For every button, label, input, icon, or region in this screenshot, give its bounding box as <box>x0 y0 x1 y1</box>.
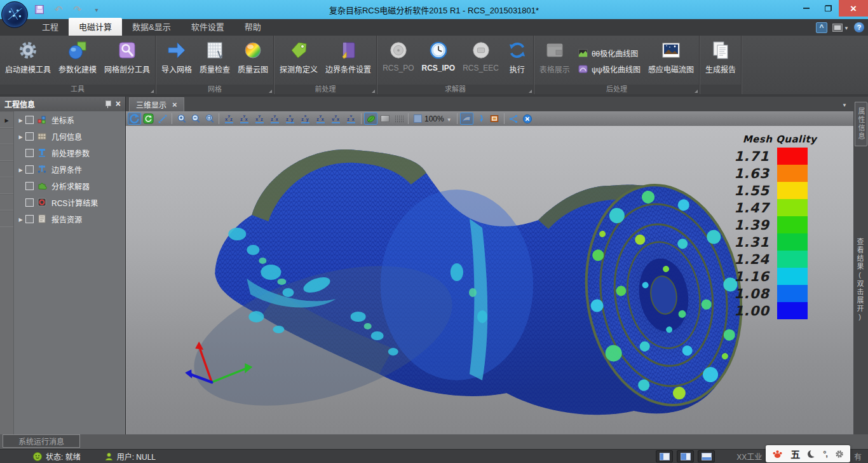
row-selector-icon[interactable] <box>4 115 8 124</box>
download-view-button[interactable] <box>474 113 487 125</box>
surface-pick-button[interactable] <box>460 113 473 125</box>
checkbox[interactable] <box>25 149 34 157</box>
group-footer-postprocess[interactable]: 后处理 <box>534 85 699 94</box>
dialog-launcher-icon[interactable] <box>695 90 698 93</box>
checkbox[interactable] <box>25 116 34 124</box>
viewport-canvas[interactable]: Mesh Quality 1.71 1.63 1.55 1.47 1.39 1.… <box>126 126 853 434</box>
minimize-button[interactable] <box>796 0 817 17</box>
close-tab-icon[interactable] <box>172 100 177 109</box>
tab-help[interactable]: 帮助 <box>234 18 271 36</box>
tree-item-coordinate-system[interactable]: 坐标系 <box>14 111 125 128</box>
expand-arrow-icon[interactable] <box>18 115 22 124</box>
tab-3d-display[interactable]: 三维显示 <box>129 97 184 111</box>
ime-paw-icon[interactable] <box>772 449 783 459</box>
ime-moon-icon[interactable] <box>808 450 815 458</box>
view-orientation-button-2[interactable]: yz x <box>237 113 252 125</box>
checkbox[interactable] <box>25 182 34 190</box>
tab-data-display[interactable]: 数据&显示 <box>122 18 181 36</box>
view-orientation-button-1[interactable]: yx z <box>222 113 236 125</box>
tab-project[interactable]: 工程 <box>32 18 69 36</box>
execute-button[interactable]: 执行 <box>503 38 532 85</box>
generate-report-button[interactable]: 生成报告 <box>702 38 740 85</box>
group-footer-mesh[interactable]: 网格 <box>156 85 273 94</box>
ime-punctuation-icon[interactable]: °, <box>823 449 827 459</box>
close-panel-icon[interactable] <box>116 99 121 109</box>
tab-software-settings[interactable]: 软件设置 <box>181 18 234 36</box>
group-footer-solver[interactable]: 求解器 <box>377 85 533 94</box>
view-orientation-button-5[interactable]: xz y <box>283 113 297 125</box>
tree-item-rcs-results[interactable]: RCS计算结果 <box>14 194 125 211</box>
display-mode-button[interactable] <box>832 23 849 32</box>
group-footer-tools[interactable]: 工具 <box>0 85 155 94</box>
dialog-launcher-icon[interactable] <box>529 90 532 93</box>
quality-check-button[interactable]: 质量检查 <box>196 38 234 85</box>
layout-left-panel-button[interactable] <box>656 450 673 462</box>
zoom-out-button[interactable] <box>189 113 202 125</box>
mesh-partition-tool-button[interactable]: 网格剖分工具 <box>100 38 154 85</box>
flat-render-button[interactable] <box>378 113 391 125</box>
view-orientation-button-4[interactable]: yz x <box>268 113 282 125</box>
collapse-ribbon-button[interactable] <box>816 22 827 33</box>
quality-cloud-map-button[interactable]: 质量云图 <box>234 38 272 85</box>
zoom-fit-button[interactable] <box>203 113 216 125</box>
undo-button[interactable] <box>52 4 65 15</box>
tab-list-dropdown[interactable] <box>842 100 847 109</box>
wireframe-button[interactable] <box>392 113 405 125</box>
checkbox[interactable] <box>25 132 34 141</box>
dialog-launcher-icon[interactable] <box>372 90 375 93</box>
boundary-condition-settings-button[interactable]: 边界条件设置 <box>322 38 375 85</box>
checkbox[interactable] <box>25 165 34 174</box>
tree-item-analysis-solver[interactable]: 分析求解器 <box>14 177 125 194</box>
layout-bottom-panel-button[interactable] <box>698 450 715 462</box>
launch-modeling-tool-button[interactable]: 启动建模工具 <box>1 38 55 85</box>
checkbox[interactable] <box>25 198 34 207</box>
restore-button[interactable] <box>817 0 839 17</box>
help-button[interactable]: ? <box>854 22 864 32</box>
rcs-ipo-solver-button[interactable]: RCS_IPO <box>417 38 459 85</box>
tab-em-computation[interactable]: 电磁计算 <box>69 18 122 36</box>
quick-access-dropdown[interactable] <box>90 4 103 15</box>
view-orientation-button-9[interactable]: vz x <box>344 113 358 125</box>
redo-button[interactable] <box>71 4 84 15</box>
save-button[interactable] <box>33 4 46 15</box>
ime-wubi-mode[interactable]: 五 <box>790 447 800 460</box>
capture-image-button[interactable] <box>488 113 501 125</box>
expand-arrow-icon[interactable] <box>18 214 22 223</box>
tab-system-messages[interactable]: 系统运行消息 <box>3 434 80 448</box>
close-view-button[interactable] <box>521 113 534 125</box>
tree-item-report-resources[interactable]: 报告资源 <box>14 211 125 227</box>
view-orientation-button-8[interactable]: yv x <box>329 113 343 125</box>
zoom-in-button[interactable] <box>175 113 188 125</box>
refresh-view-button[interactable] <box>142 113 155 125</box>
tree-item-geometry-info[interactable]: 几何信息 <box>14 128 125 144</box>
theta-polarization-curve-button[interactable]: θθ极化曲线图 <box>578 48 641 59</box>
view-orientation-button-6[interactable]: xz y <box>298 113 313 125</box>
dialog-launcher-icon[interactable] <box>269 90 272 93</box>
layout-split-panel-button[interactable] <box>677 450 694 462</box>
tree-item-boundary-conditions[interactable]: 边界条件 <box>14 161 125 177</box>
checkbox[interactable] <box>25 215 34 223</box>
share-link-button[interactable] <box>507 113 520 125</box>
close-button[interactable] <box>839 0 868 17</box>
group-footer-preprocess[interactable]: 前处理 <box>275 85 376 94</box>
import-mesh-button[interactable]: 导入网格 <box>158 38 196 85</box>
dialog-launcher-icon[interactable] <box>151 90 154 93</box>
expand-arrow-icon[interactable] <box>18 132 22 141</box>
tab-view-results[interactable]: 查看结果(双击展开) <box>855 238 865 322</box>
view-orientation-button-7[interactable]: yz x <box>313 113 328 125</box>
probe-angle-define-button[interactable]: 探测角定义 <box>276 38 322 85</box>
pan-move-button[interactable] <box>156 113 169 125</box>
ime-gear-icon[interactable] <box>835 450 844 459</box>
tab-properties-info[interactable]: 属性信息 <box>855 102 867 146</box>
app-logo-icon[interactable] <box>1 1 28 28</box>
view-orientation-button-3[interactable]: yx z <box>252 113 267 125</box>
pin-icon[interactable] <box>105 100 111 108</box>
tree-item-preprocess-params[interactable]: 前处理参数 <box>14 144 125 161</box>
expand-arrow-icon[interactable] <box>18 165 22 174</box>
parametric-modeling-button[interactable]: 参数化建模 <box>55 38 100 85</box>
induced-current-map-button[interactable]: 感应电磁流图 <box>644 38 698 85</box>
orbit-rotate-button[interactable] <box>128 113 141 125</box>
psi-polarization-curve-button[interactable]: ψψ极化曲线图 <box>578 64 641 74</box>
shaded-render-button[interactable] <box>364 113 377 125</box>
zoom-level-select[interactable]: 100% <box>411 114 454 123</box>
